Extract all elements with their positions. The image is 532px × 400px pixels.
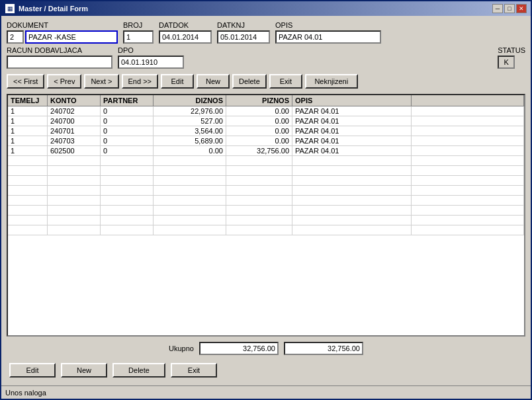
exit-button-top[interactable]: Exit: [269, 74, 302, 89]
prev-button[interactable]: < Prev: [47, 74, 81, 89]
detail-table: TEMELJ KONTO PARTNER DIZNOS PIZNOS OPIS …: [7, 94, 525, 337]
td-piznos: 0.00: [226, 126, 292, 136]
window-icon: ▦: [5, 4, 15, 13]
td-opis: PAZAR 04.01: [292, 136, 412, 145]
racun-input[interactable]: [7, 56, 112, 69]
table-row-empty[interactable]: [8, 156, 524, 166]
bottom-bar: Edit New Delete Exit: [7, 360, 525, 380]
maximize-button[interactable]: □: [504, 4, 515, 13]
exit-button-bottom[interactable]: Exit: [171, 363, 217, 378]
totals-piznos-input[interactable]: [284, 342, 363, 355]
end-button[interactable]: End >>: [122, 74, 158, 89]
title-bar-left: ▦ Master / Detail Form: [5, 4, 88, 13]
title-bar: ▦ Master / Detail Form ─ □ ✕: [1, 1, 531, 16]
status-text: Unos naloga: [5, 389, 46, 397]
table-row-empty[interactable]: [8, 216, 524, 225]
totals-diznos-input[interactable]: [199, 342, 279, 355]
col-header-piznos: PIZNOS: [226, 95, 292, 106]
new-button-bottom[interactable]: New: [61, 363, 107, 378]
opis-input[interactable]: [275, 30, 381, 44]
edit-button-bottom[interactable]: Edit: [9, 363, 56, 378]
td-extra: [412, 106, 524, 116]
datknj-group: DATKNJ: [217, 21, 270, 44]
dpo-label: DPO: [118, 46, 184, 54]
table-row-empty[interactable]: [8, 186, 524, 196]
title-controls: ─ □ ✕: [492, 4, 527, 13]
col-header-diznos: DIZNOS: [154, 95, 226, 106]
status-value: K: [498, 56, 515, 69]
table-row-empty[interactable]: [8, 206, 524, 216]
td-konto: 602500: [48, 146, 101, 155]
broj-label: BROJ: [123, 21, 154, 29]
broj-input[interactable]: [123, 30, 154, 44]
td-extra: [412, 126, 524, 136]
td-diznos: 527.00: [154, 116, 226, 126]
dpo-group: DPO: [118, 46, 184, 69]
main-content: DOKUMENT BROJ DATDOK DATKNJ OPIS: [1, 16, 531, 385]
td-partner: 0: [101, 136, 154, 145]
td-diznos: 22,976.00: [154, 106, 226, 116]
dokument-num-input[interactable]: [7, 30, 24, 44]
td-piznos: 0.00: [226, 116, 292, 126]
td-temelj: 1: [8, 136, 48, 145]
td-opis: PAZAR 04.01: [292, 146, 412, 155]
td-konto: 240700: [48, 116, 101, 126]
td-extra: [412, 146, 524, 155]
status-group: STATUS K: [498, 46, 525, 69]
status-bar: Unos naloga: [1, 385, 531, 399]
td-partner: 0: [101, 106, 154, 116]
table-header: TEMELJ KONTO PARTNER DIZNOS PIZNOS OPIS: [8, 95, 524, 106]
table-row-empty[interactable]: [8, 176, 524, 186]
td-temelj: 1: [8, 106, 48, 116]
table-row[interactable]: 1 240701 0 3,564.00 0.00 PAZAR 04.01: [8, 126, 524, 136]
td-opis: PAZAR 04.01: [292, 126, 412, 136]
col-header-extra: [412, 95, 524, 106]
td-piznos: 0.00: [226, 106, 292, 116]
datdok-input[interactable]: [159, 30, 212, 44]
td-extra: [412, 116, 524, 126]
totals-label: Ukupno: [169, 344, 194, 352]
td-konto: 240703: [48, 136, 101, 145]
td-opis: PAZAR 04.01: [292, 116, 412, 126]
table-row[interactable]: 1 240702 0 22,976.00 0.00 PAZAR 04.01: [8, 106, 524, 116]
first-button[interactable]: << First: [7, 74, 44, 89]
field-row-2: RACUN DOBAVLJACA DPO STATUS K: [7, 46, 525, 69]
table-row-empty[interactable]: [8, 225, 524, 235]
col-header-konto: KONTO: [48, 95, 101, 106]
td-konto: 240701: [48, 126, 101, 136]
edit-button-top[interactable]: Edit: [161, 74, 194, 89]
td-temelj: 1: [8, 146, 48, 155]
racun-label: RACUN DOBAVLJACA: [7, 46, 112, 54]
next-button[interactable]: Next >: [84, 74, 118, 89]
status-label: STATUS: [498, 46, 525, 54]
new-button-top[interactable]: New: [197, 74, 230, 89]
td-partner: 0: [101, 126, 154, 136]
table-row[interactable]: 1 602500 0 0.00 32,756.00 PAZAR 04.01: [8, 146, 524, 156]
td-diznos: 0.00: [154, 146, 226, 155]
delete-button-top[interactable]: Delete: [232, 74, 267, 89]
td-temelj: 1: [8, 116, 48, 126]
close-button[interactable]: ✕: [516, 4, 527, 13]
col-header-opis: OPIS: [292, 95, 412, 106]
opis-label: OPIS: [275, 21, 381, 29]
table-row[interactable]: 1 240700 0 527.00 0.00 PAZAR 04.01: [8, 116, 524, 126]
neknjizeni-button[interactable]: Neknjizeni: [305, 74, 358, 89]
table-row-empty[interactable]: [8, 196, 524, 206]
table-row-empty[interactable]: [8, 166, 524, 176]
minimize-button[interactable]: ─: [492, 4, 503, 13]
dokument-name-input[interactable]: [25, 30, 118, 44]
td-piznos: 32,756.00: [226, 146, 292, 155]
datknj-label: DATKNJ: [217, 21, 270, 29]
td-piznos: 0.00: [226, 136, 292, 145]
broj-group: BROJ: [123, 21, 154, 44]
td-partner: 0: [101, 146, 154, 155]
table-body: 1 240702 0 22,976.00 0.00 PAZAR 04.01 1 …: [8, 106, 524, 335]
dpo-input[interactable]: [118, 56, 184, 69]
col-header-temelj: TEMELJ: [8, 95, 48, 106]
delete-button-bottom[interactable]: Delete: [112, 363, 165, 378]
totals-row: Ukupno: [7, 339, 525, 358]
datknj-input[interactable]: [217, 30, 270, 44]
td-diznos: 3,564.00: [154, 126, 226, 136]
table-row[interactable]: 1 240703 0 5,689.00 0.00 PAZAR 04.01: [8, 136, 524, 146]
col-header-partner: PARTNER: [101, 95, 154, 106]
